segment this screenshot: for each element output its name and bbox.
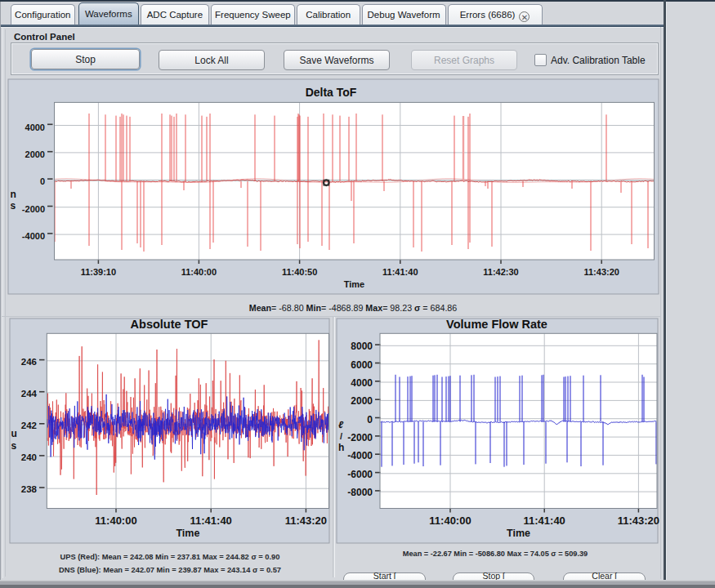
svg-text:11:41:40: 11:41:40 (524, 514, 565, 527)
svg-text:-8000: -8000 (347, 487, 373, 498)
svg-text:11:40:50: 11:40:50 (282, 267, 317, 277)
svg-text:244: 244 (21, 389, 38, 399)
svg-text:11:41:40: 11:41:40 (190, 514, 232, 527)
svg-text:s: s (11, 200, 16, 212)
svg-text:11:42:30: 11:42:30 (483, 267, 518, 277)
svg-text:4000: 4000 (351, 377, 373, 389)
svg-text:-4000: -4000 (22, 231, 45, 241)
svg-text:242: 242 (21, 421, 37, 430)
svg-text:11:41:40: 11:41:40 (382, 267, 418, 277)
svg-text:2000: 2000 (351, 395, 373, 407)
svg-text:240: 240 (21, 452, 37, 462)
svg-text:246: 246 (21, 357, 37, 367)
svg-text:Time: Time (176, 528, 199, 539)
svg-text:u: u (11, 428, 17, 439)
svg-text:0: 0 (367, 414, 373, 425)
svg-text:11:40:00: 11:40:00 (429, 514, 471, 527)
svg-text:0: 0 (40, 176, 45, 186)
svg-text:h: h (338, 442, 344, 453)
svg-text:s: s (11, 440, 17, 452)
svg-text:-4000: -4000 (347, 450, 373, 461)
svg-text:238: 238 (21, 484, 38, 494)
svg-text:11:43:20: 11:43:20 (583, 267, 619, 277)
svg-text:4000: 4000 (25, 122, 45, 132)
svg-text:2000: 2000 (25, 149, 45, 159)
svg-text:Time: Time (507, 528, 530, 539)
svg-text:6000: 6000 (351, 359, 373, 371)
svg-text:11:40:00: 11:40:00 (95, 514, 136, 527)
svg-text:11:43:20: 11:43:20 (285, 514, 327, 527)
svg-text:Delta ToF: Delta ToF (306, 86, 357, 99)
svg-text:/: / (340, 431, 342, 441)
svg-text:8000: 8000 (351, 341, 373, 352)
svg-text:Time: Time (344, 279, 364, 289)
svg-text:ℓ: ℓ (338, 419, 344, 430)
svg-text:-2000: -2000 (22, 204, 45, 214)
svg-text:Volume Flow Rate: Volume Flow Rate (446, 318, 547, 331)
svg-text:11:39:10: 11:39:10 (81, 267, 116, 277)
svg-text:11:40:00: 11:40:00 (181, 267, 217, 277)
svg-text:Absolute TOF: Absolute TOF (131, 318, 208, 331)
svg-text:-6000: -6000 (347, 469, 373, 480)
svg-text:-2000: -2000 (347, 432, 373, 443)
svg-text:11:43:20: 11:43:20 (618, 514, 659, 527)
svg-text:n: n (11, 189, 16, 200)
